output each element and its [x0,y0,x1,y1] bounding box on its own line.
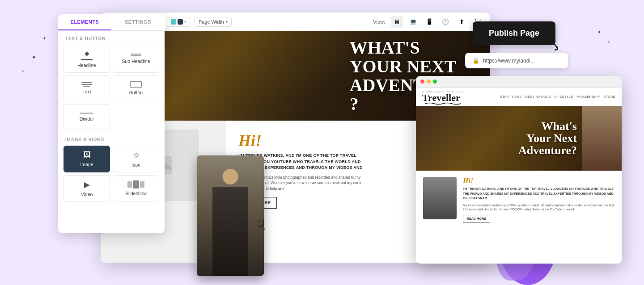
page-width-dropdown[interactable]: Page Width ▾ [195,17,232,27]
preview-body-text: I'M TREVER WATKINS, AND I'M ONE OF THE T… [463,187,614,201]
brand-underline [422,102,464,105]
divider-label: Divider [80,116,94,122]
url-bar: 🔒 https://www.mylandi... [465,53,568,68]
button-rect-icon [130,81,142,88]
slideshow-label: Slideshow [125,191,147,196]
sparkle-topleft2: ✦ [42,36,46,41]
view-label: View: [373,19,385,25]
icon-label: Icon [131,162,140,168]
image-label: Image [80,162,93,167]
preview-hero-text: What'sYour NextAdventure? [518,120,577,157]
publish-btn-container: Publish Page [473,21,555,45]
panel-item-divider[interactable]: Divider [64,104,110,130]
elements-panel: ELEMENTS SETTINGS TEXT & BUTTON ◆ Headli… [58,14,165,233]
subheadline-lines-icon [131,54,141,56]
diamond-icon: ◆ [85,50,89,57]
url-text: https://www.mylandi... [483,58,535,64]
panel-item-subheadline[interactable]: Sub Headline [113,45,159,73]
preview-hero: What'sYour NextAdventure? [416,106,622,171]
image-icon: 🖼 [83,151,91,159]
preview-titlebar [416,76,622,88]
sparkle-topright: ✦ [597,29,602,35]
person-head [223,169,238,184]
tab-settings[interactable]: SETTINGS [111,14,165,30]
preview-small-img [423,177,457,219]
preview-window: A TRAVEL BLOG BY TREVER Treveller START … [416,76,622,264]
page-width-label: Page Width [199,19,224,25]
sparkle-topleft: ✦ [31,54,37,61]
panel-tabs: ELEMENTS SETTINGS [58,14,165,31]
swatch-dark [178,19,183,25]
icon-star-icon: ☆ [133,151,140,160]
subheadline-label: Sub Headline [122,59,150,64]
chevron-down-icon2: ▾ [184,20,186,24]
preview-nav: A TRAVEL BLOG BY TREVER Treveller START … [416,88,622,106]
swatch-teal [171,19,176,25]
panel-item-button[interactable]: Button [113,75,159,101]
lock-icon: 🔒 [472,57,479,64]
divider-line-icon [80,113,93,114]
tab-elements[interactable]: ELEMENTS [58,14,111,30]
panel-item-slideshow[interactable]: Slideshow [113,175,159,202]
panel-item-headline[interactable]: ◆ Headline [64,45,110,73]
video-icon: ▶ [84,180,90,189]
item-lines-headline [81,59,93,60]
view-mobile-icon[interactable]: 📱 [424,16,435,28]
preview-body-right: Hi! I'M TREVER WATKINS, AND I'M ONE OF T… [463,177,614,260]
section-image-video-label: IMAGE & VIDEO [58,134,165,145]
center-person-image [197,155,264,276]
text-label: Text [82,89,91,94]
text-button-items: ◆ Headline Sub Headline Text Button [58,44,165,134]
sparkle-topright2: ✦ [607,40,610,44]
text-lines-icon [81,82,92,87]
chevron-down-icon3: ▾ [226,20,228,24]
panel-item-video[interactable]: ▶ Video [64,175,110,202]
preview-body-left [423,177,457,260]
video-label: Video [81,192,93,197]
preview-read-more[interactable]: READ MORE [463,215,490,222]
sparkle-topleft3: ✦ [21,69,25,73]
slideshow-icon [127,180,144,189]
traffic-light-red [420,80,424,84]
preview-nav-links: START HERE DESTINATIONS LIFESTYLE MEMBER… [500,95,615,98]
preview-credentials: My travel credentials include over 50+ c… [463,203,614,212]
person-figure [212,187,248,276]
preview-hero-img [582,106,622,171]
preview-hi: Hi! [463,177,614,185]
preview-body: Hi! I'M TREVER WATKINS, AND I'M ONE OF T… [416,171,622,264]
panel-item-image[interactable]: 🖼 Image [64,146,110,172]
view-share-icon[interactable]: ⬆ [456,16,467,28]
view-clock-icon[interactable]: 🕐 [440,16,451,28]
traffic-light-yellow [427,80,431,84]
section-text-button-label: TEXT & BUTTON [58,31,165,44]
button-label: Button [129,90,143,95]
preview-brand: Treveller [422,93,464,103]
panel-item-icon[interactable]: ☆ Icon [113,146,159,172]
headline-label: Headline [77,63,96,68]
publish-page-button[interactable]: Publish Page [473,21,555,45]
color-swatches[interactable]: ▾ [167,17,190,27]
view-laptop-icon[interactable]: 💻 [407,16,419,28]
panel-item-text[interactable]: Text [64,75,110,101]
image-video-items: 🖼 Image ☆ Icon ▶ Video Slideshow [58,145,165,205]
preview-content: A TRAVEL BLOG BY TREVER Treveller START … [416,88,622,264]
traffic-light-green [433,80,437,84]
preview-brand-container: A TRAVEL BLOG BY TREVER Treveller [422,90,464,103]
view-desktop-icon[interactable]: 🖥 [391,16,403,28]
